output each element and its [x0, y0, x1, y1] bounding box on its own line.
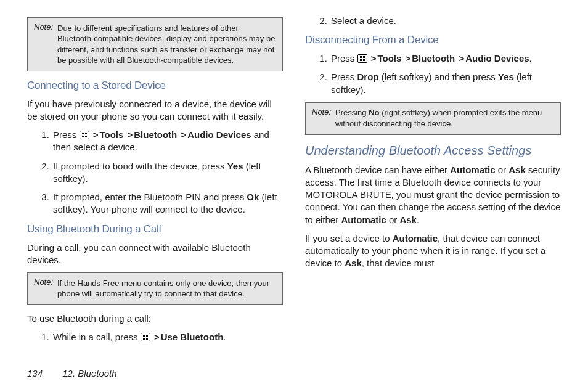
menu-icon — [357, 54, 367, 63]
heading-disconnect: Disconnecting From a Device — [305, 33, 561, 47]
text: If you set a device to — [305, 233, 393, 243]
text: (left softkey) and then press — [379, 71, 498, 82]
bold-drop: Drop — [357, 71, 379, 82]
note-box-2: Note: If the Hands Free menu contains on… — [27, 272, 283, 305]
para-connecting: If you have previously connected to a de… — [27, 98, 283, 123]
text: . — [529, 53, 532, 63]
list-disconnect: Press >Tools >Bluetooth >Audio Devices. … — [305, 52, 561, 96]
gt-icon: > — [371, 53, 377, 63]
bold-yes: Yes — [227, 161, 243, 171]
bold-ask: Ask — [345, 258, 362, 268]
text: . — [417, 214, 419, 225]
para-touse: To use Bluetooth during a call: — [27, 312, 283, 325]
note-box-3: Note: Pressing No (right softkey) when p… — [305, 102, 561, 135]
page-number: 134 — [27, 368, 43, 378]
gt-icon: > — [128, 129, 133, 140]
heading-understanding: Understanding Bluetooth Access Settings — [305, 142, 561, 159]
note-body: Due to different specifications and feat… — [57, 23, 276, 66]
gt-icon: > — [93, 129, 99, 140]
note-body: Pressing No (right softkey) when prompte… — [335, 107, 554, 129]
text: Press — [331, 71, 357, 82]
text: . — [223, 332, 226, 342]
text: If prompted, enter the Bluetooth PIN and… — [53, 192, 247, 202]
menu-icon — [80, 131, 89, 139]
list-item: Press >Tools >Bluetooth >Audio Devices a… — [52, 129, 283, 154]
note-body: If the Hands Free menu contains only one… — [57, 278, 276, 300]
bold-tools: Tools — [377, 53, 401, 63]
bold-ask: Ask — [508, 165, 526, 175]
text: , that device must — [362, 258, 435, 268]
note-label: Note: — [34, 22, 53, 31]
list-item: Press >Tools >Bluetooth >Audio Devices. — [330, 52, 561, 65]
heading-using: Using Bluetooth During a Call — [27, 223, 283, 237]
para-set: If you set a device to Automatic, that d… — [305, 232, 561, 270]
bold-tools: Tools — [99, 129, 123, 140]
note-label: Note: — [312, 107, 331, 116]
bold-audio-devices: Audio Devices — [465, 53, 529, 63]
bold-yes: Yes — [498, 71, 514, 82]
bold-ok: Ok — [247, 192, 259, 202]
bold-automatic: Automatic — [450, 165, 495, 175]
text: Pressing — [335, 108, 369, 117]
note-label: Note: — [34, 277, 53, 287]
text: Press — [53, 129, 80, 140]
text: or — [496, 165, 509, 175]
list-item: While in a call, press >Use Bluetooth. — [52, 331, 283, 343]
bold-ask: Ask — [399, 214, 417, 225]
gt-icon: > — [406, 53, 411, 63]
list-connecting: Press >Tools >Bluetooth >Audio Devices a… — [27, 129, 283, 216]
section-title: 12. Bluetooth — [62, 368, 116, 378]
page-footer: 134 12. Bluetooth — [27, 367, 117, 380]
bold-audio-devices: Audio Devices — [187, 129, 251, 140]
list-item: Select a device. — [330, 15, 561, 27]
note-box-1: Note: Due to different specifications an… — [27, 17, 283, 71]
text: While in a call, press — [53, 332, 141, 342]
text: If prompted to bond with the device, pre… — [53, 161, 227, 171]
list-item: Press Drop (left softkey) and then press… — [330, 71, 561, 96]
text: Press — [331, 53, 357, 63]
list-item: If prompted, enter the Bluetooth PIN and… — [52, 191, 283, 216]
gt-icon: > — [181, 129, 186, 140]
bold-bluetooth: Bluetooth — [134, 129, 177, 140]
heading-connecting: Connecting to a Stored Device — [27, 79, 283, 93]
gt-icon: > — [154, 332, 160, 342]
para-using: During a call, you can connect with avai… — [27, 242, 283, 267]
bold-automatic: Automatic — [393, 233, 438, 243]
bold-use-bluetooth: Use Bluetooth — [161, 332, 224, 342]
page-columns: Note: Due to different specifications an… — [27, 15, 561, 353]
para-understand: A Bluetooth device can have either Autom… — [305, 164, 561, 226]
list-item: If prompted to bond with the device, pre… — [52, 160, 283, 186]
bold-automatic: Automatic — [341, 214, 386, 225]
gt-icon: > — [459, 53, 464, 63]
bold-no: No — [369, 108, 379, 117]
text: A Bluetooth device can have either — [305, 165, 450, 175]
text: or — [386, 214, 400, 225]
bold-bluetooth: Bluetooth — [412, 53, 455, 63]
menu-icon — [141, 333, 150, 341]
